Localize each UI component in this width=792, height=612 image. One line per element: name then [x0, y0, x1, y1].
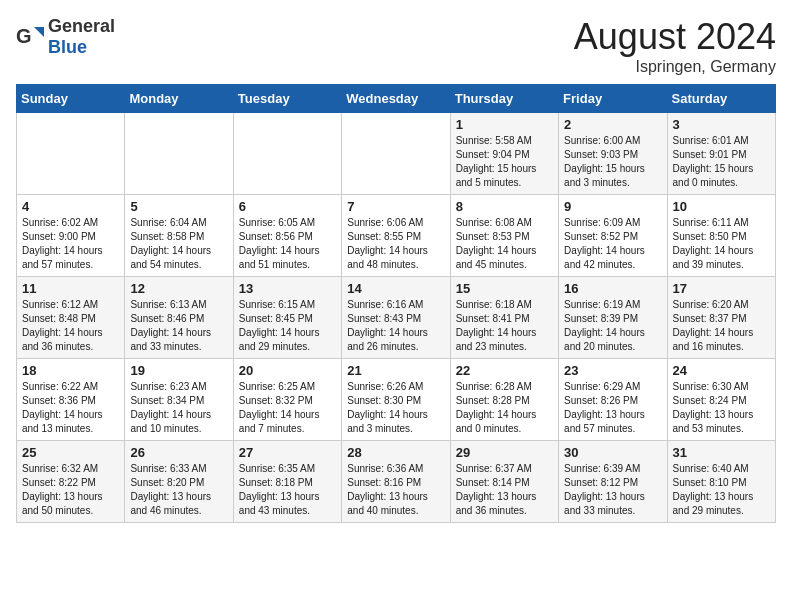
- day-info: Sunrise: 6:04 AM Sunset: 8:58 PM Dayligh…: [130, 216, 227, 272]
- day-number: 27: [239, 445, 336, 460]
- calendar-table: SundayMondayTuesdayWednesdayThursdayFrid…: [16, 84, 776, 523]
- day-number: 29: [456, 445, 553, 460]
- day-number: 22: [456, 363, 553, 378]
- logo-icon: G: [16, 23, 44, 51]
- calendar-cell: 5Sunrise: 6:04 AM Sunset: 8:58 PM Daylig…: [125, 195, 233, 277]
- location-subtitle: Ispringen, Germany: [574, 58, 776, 76]
- day-info: Sunrise: 6:35 AM Sunset: 8:18 PM Dayligh…: [239, 462, 336, 518]
- day-number: 20: [239, 363, 336, 378]
- day-info: Sunrise: 6:06 AM Sunset: 8:55 PM Dayligh…: [347, 216, 444, 272]
- calendar-cell: 10Sunrise: 6:11 AM Sunset: 8:50 PM Dayli…: [667, 195, 775, 277]
- day-info: Sunrise: 6:01 AM Sunset: 9:01 PM Dayligh…: [673, 134, 770, 190]
- weekday-header-saturday: Saturday: [667, 85, 775, 113]
- day-number: 6: [239, 199, 336, 214]
- day-info: Sunrise: 6:15 AM Sunset: 8:45 PM Dayligh…: [239, 298, 336, 354]
- title-block: August 2024 Ispringen, Germany: [574, 16, 776, 76]
- calendar-cell: 26Sunrise: 6:33 AM Sunset: 8:20 PM Dayli…: [125, 441, 233, 523]
- logo-text-general: General: [48, 16, 115, 36]
- calendar-cell: 25Sunrise: 6:32 AM Sunset: 8:22 PM Dayli…: [17, 441, 125, 523]
- calendar-cell: 22Sunrise: 6:28 AM Sunset: 8:28 PM Dayli…: [450, 359, 558, 441]
- calendar-cell: 19Sunrise: 6:23 AM Sunset: 8:34 PM Dayli…: [125, 359, 233, 441]
- calendar-cell: [233, 113, 341, 195]
- day-number: 11: [22, 281, 119, 296]
- day-number: 14: [347, 281, 444, 296]
- weekday-header-wednesday: Wednesday: [342, 85, 450, 113]
- day-number: 17: [673, 281, 770, 296]
- day-info: Sunrise: 6:26 AM Sunset: 8:30 PM Dayligh…: [347, 380, 444, 436]
- day-number: 3: [673, 117, 770, 132]
- calendar-cell: 30Sunrise: 6:39 AM Sunset: 8:12 PM Dayli…: [559, 441, 667, 523]
- week-row-4: 18Sunrise: 6:22 AM Sunset: 8:36 PM Dayli…: [17, 359, 776, 441]
- day-info: Sunrise: 6:37 AM Sunset: 8:14 PM Dayligh…: [456, 462, 553, 518]
- day-number: 10: [673, 199, 770, 214]
- day-info: Sunrise: 6:25 AM Sunset: 8:32 PM Dayligh…: [239, 380, 336, 436]
- day-number: 26: [130, 445, 227, 460]
- day-info: Sunrise: 6:09 AM Sunset: 8:52 PM Dayligh…: [564, 216, 661, 272]
- calendar-cell: 14Sunrise: 6:16 AM Sunset: 8:43 PM Dayli…: [342, 277, 450, 359]
- calendar-cell: 16Sunrise: 6:19 AM Sunset: 8:39 PM Dayli…: [559, 277, 667, 359]
- day-number: 28: [347, 445, 444, 460]
- calendar-cell: 13Sunrise: 6:15 AM Sunset: 8:45 PM Dayli…: [233, 277, 341, 359]
- calendar-cell: 18Sunrise: 6:22 AM Sunset: 8:36 PM Dayli…: [17, 359, 125, 441]
- day-number: 12: [130, 281, 227, 296]
- day-info: Sunrise: 6:08 AM Sunset: 8:53 PM Dayligh…: [456, 216, 553, 272]
- day-info: Sunrise: 6:11 AM Sunset: 8:50 PM Dayligh…: [673, 216, 770, 272]
- weekday-header-friday: Friday: [559, 85, 667, 113]
- day-info: Sunrise: 6:39 AM Sunset: 8:12 PM Dayligh…: [564, 462, 661, 518]
- calendar-cell: [125, 113, 233, 195]
- day-number: 23: [564, 363, 661, 378]
- svg-marker-1: [34, 27, 44, 37]
- day-number: 7: [347, 199, 444, 214]
- weekday-header-tuesday: Tuesday: [233, 85, 341, 113]
- day-info: Sunrise: 6:22 AM Sunset: 8:36 PM Dayligh…: [22, 380, 119, 436]
- calendar-cell: 11Sunrise: 6:12 AM Sunset: 8:48 PM Dayli…: [17, 277, 125, 359]
- day-info: Sunrise: 6:00 AM Sunset: 9:03 PM Dayligh…: [564, 134, 661, 190]
- calendar-cell: 24Sunrise: 6:30 AM Sunset: 8:24 PM Dayli…: [667, 359, 775, 441]
- calendar-cell: 2Sunrise: 6:00 AM Sunset: 9:03 PM Daylig…: [559, 113, 667, 195]
- calendar-cell: 31Sunrise: 6:40 AM Sunset: 8:10 PM Dayli…: [667, 441, 775, 523]
- day-info: Sunrise: 6:13 AM Sunset: 8:46 PM Dayligh…: [130, 298, 227, 354]
- day-number: 25: [22, 445, 119, 460]
- day-number: 24: [673, 363, 770, 378]
- day-info: Sunrise: 6:40 AM Sunset: 8:10 PM Dayligh…: [673, 462, 770, 518]
- day-info: Sunrise: 6:36 AM Sunset: 8:16 PM Dayligh…: [347, 462, 444, 518]
- calendar-cell: 20Sunrise: 6:25 AM Sunset: 8:32 PM Dayli…: [233, 359, 341, 441]
- calendar-cell: 28Sunrise: 6:36 AM Sunset: 8:16 PM Dayli…: [342, 441, 450, 523]
- day-number: 16: [564, 281, 661, 296]
- svg-text:G: G: [16, 25, 32, 47]
- weekday-header-monday: Monday: [125, 85, 233, 113]
- day-info: Sunrise: 6:32 AM Sunset: 8:22 PM Dayligh…: [22, 462, 119, 518]
- calendar-cell: 23Sunrise: 6:29 AM Sunset: 8:26 PM Dayli…: [559, 359, 667, 441]
- day-info: Sunrise: 6:30 AM Sunset: 8:24 PM Dayligh…: [673, 380, 770, 436]
- day-number: 1: [456, 117, 553, 132]
- day-number: 5: [130, 199, 227, 214]
- calendar-cell: 12Sunrise: 6:13 AM Sunset: 8:46 PM Dayli…: [125, 277, 233, 359]
- day-number: 2: [564, 117, 661, 132]
- calendar-cell: 17Sunrise: 6:20 AM Sunset: 8:37 PM Dayli…: [667, 277, 775, 359]
- page-header: G General Blue August 2024 Ispringen, Ge…: [16, 16, 776, 76]
- day-info: Sunrise: 6:28 AM Sunset: 8:28 PM Dayligh…: [456, 380, 553, 436]
- calendar-cell: 27Sunrise: 6:35 AM Sunset: 8:18 PM Dayli…: [233, 441, 341, 523]
- calendar-cell: 29Sunrise: 6:37 AM Sunset: 8:14 PM Dayli…: [450, 441, 558, 523]
- week-row-5: 25Sunrise: 6:32 AM Sunset: 8:22 PM Dayli…: [17, 441, 776, 523]
- calendar-cell: [17, 113, 125, 195]
- calendar-cell: 7Sunrise: 6:06 AM Sunset: 8:55 PM Daylig…: [342, 195, 450, 277]
- calendar-cell: 9Sunrise: 6:09 AM Sunset: 8:52 PM Daylig…: [559, 195, 667, 277]
- calendar-cell: 6Sunrise: 6:05 AM Sunset: 8:56 PM Daylig…: [233, 195, 341, 277]
- calendar-cell: 15Sunrise: 6:18 AM Sunset: 8:41 PM Dayli…: [450, 277, 558, 359]
- day-info: Sunrise: 6:02 AM Sunset: 9:00 PM Dayligh…: [22, 216, 119, 272]
- week-row-1: 1Sunrise: 5:58 AM Sunset: 9:04 PM Daylig…: [17, 113, 776, 195]
- day-info: Sunrise: 6:29 AM Sunset: 8:26 PM Dayligh…: [564, 380, 661, 436]
- calendar-cell: 4Sunrise: 6:02 AM Sunset: 9:00 PM Daylig…: [17, 195, 125, 277]
- calendar-cell: 8Sunrise: 6:08 AM Sunset: 8:53 PM Daylig…: [450, 195, 558, 277]
- day-info: Sunrise: 6:05 AM Sunset: 8:56 PM Dayligh…: [239, 216, 336, 272]
- week-row-2: 4Sunrise: 6:02 AM Sunset: 9:00 PM Daylig…: [17, 195, 776, 277]
- day-number: 4: [22, 199, 119, 214]
- day-number: 15: [456, 281, 553, 296]
- day-info: Sunrise: 6:16 AM Sunset: 8:43 PM Dayligh…: [347, 298, 444, 354]
- logo: G General Blue: [16, 16, 115, 58]
- day-number: 21: [347, 363, 444, 378]
- month-year-title: August 2024: [574, 16, 776, 58]
- day-number: 9: [564, 199, 661, 214]
- day-info: Sunrise: 5:58 AM Sunset: 9:04 PM Dayligh…: [456, 134, 553, 190]
